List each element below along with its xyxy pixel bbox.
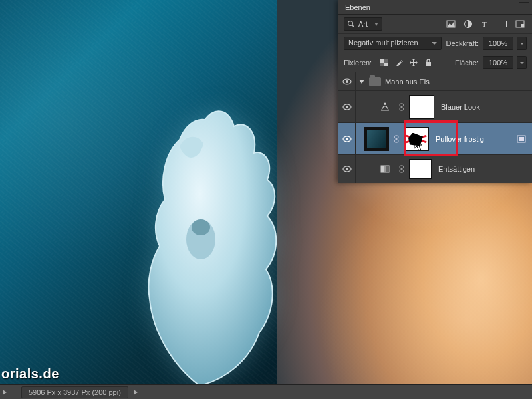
- svg-rect-35: [386, 166, 389, 172]
- svg-line-3: [352, 25, 354, 27]
- svg-point-18: [346, 106, 348, 108]
- layer-row-entsaettigen[interactable]: Entsättigen: [338, 155, 532, 183]
- lock-fill-row: Fixieren: Fläche: 100%: [338, 53, 532, 72]
- lock-position-icon[interactable]: [409, 58, 418, 67]
- layer-mask-thumbnail[interactable]: [409, 95, 434, 119]
- opacity-stepper[interactable]: [517, 37, 527, 50]
- layer-filter-type-dropdown[interactable]: Art ▼: [344, 17, 382, 31]
- panel-menu-button[interactable]: [519, 2, 529, 11]
- blend-opacity-row: Negativ multiplizieren Deckkraft: 100%: [338, 34, 532, 53]
- canvas-hand-figure: [80, 80, 319, 386]
- svg-text:T: T: [482, 20, 487, 28]
- layer-name[interactable]: Pullover frostig: [436, 135, 512, 143]
- watermark-text: orials.de: [1, 366, 59, 382]
- opacity-label: Deckkraft:: [446, 39, 479, 47]
- layers-list: Mann aus Eis Blauer Look: [338, 72, 532, 183]
- svg-point-16: [346, 80, 348, 83]
- svg-rect-14: [426, 62, 431, 66]
- svg-rect-10: [380, 59, 384, 63]
- lock-transparency-icon[interactable]: [380, 58, 389, 67]
- svg-point-24: [346, 138, 348, 140]
- lock-pixels-icon[interactable]: [394, 58, 404, 67]
- svg-rect-13: [380, 63, 384, 66]
- svg-point-31: [346, 168, 348, 170]
- filter-smartobject-icon[interactable]: [513, 18, 527, 30]
- mask-link-icon[interactable]: [393, 135, 400, 143]
- layer-filter-row: Art ▼ T: [338, 15, 532, 34]
- svg-rect-11: [384, 63, 388, 66]
- layer-thumbnail[interactable]: [364, 127, 389, 151]
- layer-row-pullover-frostig[interactable]: Pullover frostig: [338, 123, 532, 155]
- mask-link-icon[interactable]: [398, 103, 405, 111]
- cursor-pointer-icon: [414, 138, 424, 151]
- svg-point-1: [192, 219, 210, 235]
- layer-name[interactable]: Blauer Look: [441, 103, 527, 111]
- layer-mask-thumbnail[interactable]: [409, 159, 432, 179]
- svg-point-19: [384, 102, 386, 104]
- color-balance-icon: [380, 102, 390, 112]
- blend-mode-dropdown[interactable]: Negativ multiplizieren: [344, 37, 442, 50]
- doc-info-menu-arrow-icon[interactable]: [131, 388, 140, 397]
- doc-info-arrow-icon[interactable]: [0, 388, 9, 397]
- layer-mask-thumbnail[interactable]: [404, 127, 429, 151]
- fill-stepper[interactable]: [517, 56, 527, 69]
- layer-row-blauer-look[interactable]: Blauer Look: [338, 91, 532, 123]
- lock-label: Fixieren:: [344, 59, 372, 66]
- visibility-eye-icon[interactable]: [342, 104, 352, 110]
- lock-all-icon[interactable]: [424, 58, 433, 67]
- visibility-eye-icon[interactable]: [342, 166, 352, 172]
- svg-rect-12: [384, 59, 388, 63]
- doc-info-segment[interactable]: 5906 Px x 3937 Px (200 ppi): [21, 386, 128, 398]
- filter-adjustment-icon[interactable]: [462, 18, 475, 30]
- layer-filter-badge-icon[interactable]: [516, 134, 527, 144]
- visibility-eye-icon[interactable]: [342, 136, 352, 142]
- svg-rect-29: [519, 137, 524, 141]
- hue-saturation-icon: [380, 164, 390, 174]
- visibility-eye-icon[interactable]: [342, 78, 352, 85]
- svg-rect-7: [499, 21, 507, 27]
- layer-group-row[interactable]: Mann aus Eis: [338, 72, 532, 91]
- panel-tab-bar: Ebenen: [338, 0, 532, 15]
- opacity-input[interactable]: 100%: [483, 37, 513, 50]
- group-name[interactable]: Mann aus Eis: [385, 78, 430, 86]
- svg-point-2: [348, 21, 353, 26]
- search-icon: [347, 20, 355, 28]
- fill-input[interactable]: 100%: [483, 56, 513, 69]
- layers-panel: Ebenen Art ▼ T Negativ multiplizieren De…: [338, 0, 532, 183]
- layer-name[interactable]: Entsättigen: [438, 165, 527, 173]
- svg-rect-33: [381, 166, 384, 172]
- chevron-down-icon: ▼: [374, 21, 379, 27]
- panel-title[interactable]: Ebenen: [345, 3, 370, 11]
- svg-rect-34: [384, 166, 386, 172]
- filter-pixel-icon[interactable]: [444, 18, 458, 30]
- layer-filter-type-label: Art: [357, 20, 372, 28]
- mask-link-icon[interactable]: [398, 165, 405, 173]
- fill-label: Fläche:: [455, 59, 479, 66]
- folder-icon: [369, 77, 381, 86]
- filter-shape-icon[interactable]: [496, 18, 509, 30]
- svg-rect-9: [521, 24, 524, 27]
- status-bar: 5906 Px x 3937 Px (200 ppi): [0, 384, 532, 399]
- group-collapse-toggle[interactable]: [356, 78, 368, 85]
- filter-type-icon[interactable]: T: [479, 18, 492, 30]
